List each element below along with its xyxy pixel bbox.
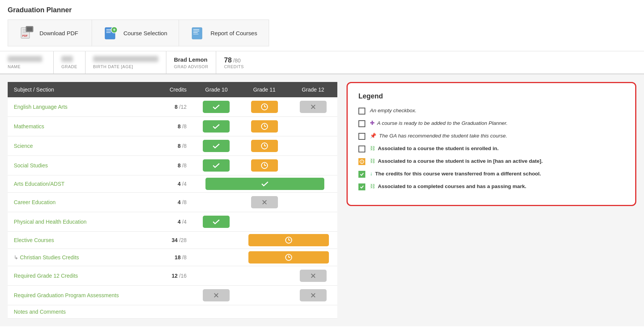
link-icon-4: ⛓ — [370, 146, 375, 151]
badge-check-green — [203, 101, 230, 113]
credits-cell: 4 /4 — [154, 212, 193, 232]
svg-point-48 — [361, 162, 362, 163]
grade10-cell — [193, 156, 240, 175]
subject-name[interactable]: Arts Education/ADST — [14, 181, 64, 187]
grade12-cell — [289, 136, 337, 156]
table-row: Notes and Comments — [8, 305, 337, 319]
table-row: Career Education4 /8 — [8, 193, 337, 212]
pin-icon: 📌 — [370, 133, 376, 139]
legend-item-5: ⛓ Associated to a course the student is … — [358, 158, 624, 165]
plus-icon: ✚ — [370, 120, 375, 126]
grade12-cell — [289, 305, 337, 319]
legend-checkbox-2 — [358, 120, 365, 127]
badge-clock-orange — [251, 120, 278, 133]
legend-checkbox-6 — [358, 171, 365, 178]
badge-x-gray — [300, 289, 327, 301]
svg-rect-15 — [193, 31, 199, 31]
grade11-cell — [240, 136, 289, 156]
legend-checkbox-1 — [358, 108, 365, 115]
subject-name[interactable]: Elective Courses — [14, 237, 54, 243]
table-row: Mathematics8 /8 — [8, 117, 337, 136]
subject-name[interactable]: Christian Studies Credits — [20, 254, 79, 260]
app-title: Graduation Planner — [8, 6, 636, 14]
wide-grade11-cell — [240, 249, 337, 266]
legend-text-5: ⛓ Associated to a course the student is … — [370, 158, 543, 165]
col-grade10: Grade 10 — [193, 82, 240, 97]
badge-check-green — [203, 159, 230, 172]
badge-clock-orange — [251, 159, 278, 172]
subject-cell: Mathematics — [8, 117, 154, 136]
grade10-cell — [193, 193, 240, 212]
credits-cell: 12 /16 — [154, 266, 193, 286]
app-container: Graduation Planner PDF Downlo — [0, 0, 644, 329]
subject-name[interactable]: Career Education — [14, 199, 56, 205]
subject-cell: Science — [8, 136, 154, 156]
link-icon-7: ⛓ — [370, 183, 375, 189]
badge-check-green — [203, 216, 230, 228]
grade12-cell — [289, 212, 337, 232]
course-selection-icon: + — [104, 25, 119, 41]
legend-title: Legend — [358, 92, 624, 100]
badge-clock-orange — [251, 101, 278, 113]
credits-total: /80 — [233, 57, 240, 64]
birthdate-label: BIRTH DATE [AGE] — [93, 64, 158, 69]
table-header: Subject / Section Credits Grade 10 Grade… — [8, 82, 337, 97]
legend-text-7: ⛓ Associated to a completed courses and … — [370, 183, 526, 190]
table-row: Physical and Health Education4 /4 — [8, 212, 337, 232]
svg-rect-14 — [193, 29, 199, 30]
student-advisor-field: Brad Lemon GRAD ADVISOR — [166, 51, 217, 74]
subject-name[interactable]: Required Graduation Program Assessments — [14, 292, 119, 298]
legend-item-3: 📌 The GA has recommended the student tak… — [358, 133, 624, 140]
course-selection-button[interactable]: + Course Selection — [92, 20, 179, 46]
legend-checkbox-7 — [358, 183, 365, 190]
badge-check-green — [203, 140, 230, 152]
grade10-cell — [193, 117, 240, 136]
subject-cell: Elective Courses — [8, 232, 154, 249]
credits-cell — [154, 286, 193, 305]
legend-box: Legend An empty checkbox. ✚ A course is … — [347, 82, 636, 206]
svg-rect-16 — [193, 32, 198, 33]
table-row: Arts Education/ADST4 /4 — [8, 175, 337, 193]
credits-cell: 34 /28 — [154, 232, 193, 249]
student-birthdate-value — [93, 56, 158, 62]
course-table-section: Subject / Section Credits Grade 10 Grade… — [8, 82, 337, 319]
badge-check-green — [203, 120, 230, 133]
badge-clock-wide — [248, 234, 329, 246]
col-subject: Subject / Section — [8, 82, 154, 97]
grade12-cell — [289, 193, 337, 212]
badge-x-gray — [300, 101, 327, 113]
subject-name[interactable]: Required Grade 12 Credits — [14, 273, 78, 279]
grade10-cell — [193, 97, 240, 117]
subject-name[interactable]: Notes and Comments — [14, 309, 66, 315]
badge-check-green-wide — [205, 178, 324, 190]
download-pdf-button[interactable]: PDF Download PDF — [8, 20, 92, 46]
legend-checkbox-3 — [358, 133, 365, 140]
credits-cell: 8 /8 — [154, 136, 193, 156]
grade12-cell — [289, 97, 337, 117]
subject-name[interactable]: Social Studies — [14, 162, 48, 169]
grade11-cell — [240, 305, 289, 319]
subject-name[interactable]: English Language Arts — [14, 104, 67, 110]
student-birthdate-field: BIRTH DATE [AGE] — [85, 51, 166, 74]
svg-text:+: + — [113, 27, 115, 33]
credits-cell: 8 /12 — [154, 97, 193, 117]
badge-x-gray — [203, 289, 230, 301]
subject-name[interactable]: Mathematics — [14, 123, 44, 129]
grade10-cell — [193, 266, 240, 286]
credits-cell: 8 /8 — [154, 156, 193, 175]
subject-name[interactable]: Physical and Health Education — [14, 219, 87, 225]
student-name-field: NAME — [8, 51, 54, 74]
badge-x-gray — [300, 270, 327, 282]
subject-name[interactable]: Science — [14, 143, 33, 149]
report-of-courses-button[interactable]: Report of Courses — [179, 20, 269, 46]
report-icon — [191, 25, 206, 41]
credits-cell: 4 /4 — [154, 175, 193, 193]
student-grade-value — [61, 56, 73, 62]
subject-cell: ↳Christian Studies Credits — [8, 249, 154, 266]
credits-earned: 78 — [224, 56, 232, 64]
grade10-cell — [193, 249, 240, 266]
col-credits: Credits — [154, 82, 193, 97]
subject-cell: Arts Education/ADST — [8, 175, 154, 193]
pdf-icon: PDF — [20, 25, 35, 41]
main-content: Subject / Section Credits Grade 10 Grade… — [0, 74, 644, 326]
